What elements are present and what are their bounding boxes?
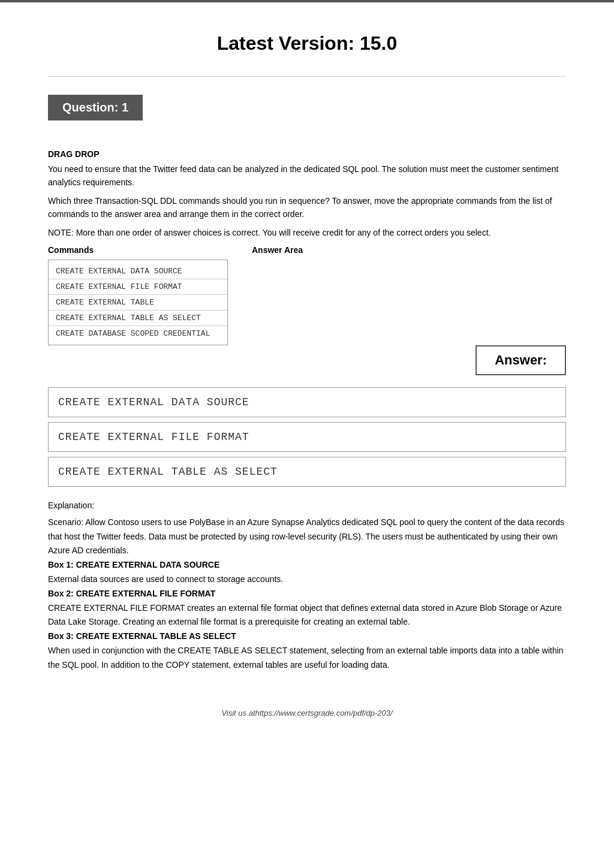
footer: Visit us athttps://www.certsgrade.com/pd… bbox=[48, 709, 566, 730]
command-item[interactable]: CREATE EXTERNAL TABLE bbox=[49, 295, 227, 311]
question-section: Question: 1 bbox=[48, 95, 566, 137]
box2-label: Box 2: CREATE EXTERNAL FILE FORMAT bbox=[48, 589, 215, 598]
box1-label: Box 1: CREATE EXTERNAL DATA SOURCE bbox=[48, 560, 219, 569]
command-item[interactable]: CREATE EXTERNAL TABLE AS SELECT bbox=[49, 311, 227, 326]
divider bbox=[48, 76, 566, 77]
answer-commands: CREATE EXTERNAL DATA SOURCE CREATE EXTER… bbox=[48, 387, 566, 487]
commands-box: CREATE EXTERNAL DATA SOURCE CREATE EXTER… bbox=[48, 260, 228, 345]
explanation-section: Explanation: Scenario: Allow Contoso use… bbox=[48, 499, 566, 673]
commands-col-header: Commands bbox=[48, 245, 228, 255]
question-text-1: You need to ensure that the Twitter feed… bbox=[48, 162, 566, 189]
box3-label: Box 3: CREATE EXTERNAL TABLE AS SELECT bbox=[48, 631, 236, 641]
answer-area-col-header: Answer Area bbox=[252, 245, 566, 255]
commands-column: Commands CREATE EXTERNAL DATA SOURCE CRE… bbox=[48, 245, 228, 345]
box2-text: CREATE EXTERNAL FILE FORMAT creates an e… bbox=[48, 601, 566, 630]
box3-text: When used in conjunction with the CREATE… bbox=[48, 644, 566, 673]
command-item[interactable]: CREATE EXTERNAL DATA SOURCE bbox=[49, 264, 227, 279]
page-title: Latest Version: 15.0 bbox=[48, 32, 566, 55]
explanation-title: Explanation: bbox=[48, 499, 566, 513]
question-text-2: Which three Transaction-SQL DDL commands… bbox=[48, 194, 566, 221]
command-item[interactable]: CREATE DATABASE SCOPED CREDENTIAL bbox=[49, 326, 227, 341]
box1-text: External data sources are used to connec… bbox=[48, 572, 566, 587]
answer-area-column: Answer Area bbox=[252, 245, 566, 345]
question-text-3: NOTE: More than one order of answer choi… bbox=[48, 226, 566, 239]
command-item[interactable]: CREATE EXTERNAL FILE FORMAT bbox=[49, 279, 227, 295]
answer-command-3: CREATE EXTERNAL TABLE AS SELECT bbox=[48, 457, 566, 487]
columns-area: Commands CREATE EXTERNAL DATA SOURCE CRE… bbox=[48, 245, 566, 345]
answer-command-1: CREATE EXTERNAL DATA SOURCE bbox=[48, 387, 566, 417]
answer-header-box: Answer: bbox=[475, 345, 566, 375]
answer-command-2: CREATE EXTERNAL FILE FORMAT bbox=[48, 422, 566, 452]
question-header: Question: 1 bbox=[48, 95, 143, 120]
answer-header-row: Answer: bbox=[48, 345, 566, 375]
drag-drop-label: DRAG DROP bbox=[48, 149, 566, 159]
scenario-text: Scenario: Allow Contoso users to use Pol… bbox=[48, 516, 566, 558]
